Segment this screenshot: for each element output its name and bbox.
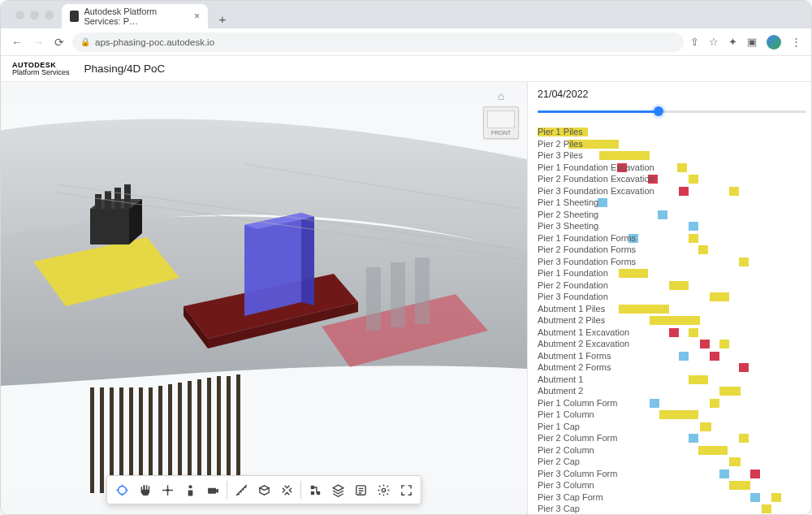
tabs-icon[interactable]: ▣ <box>747 36 757 48</box>
zoom-tool-icon[interactable] <box>156 478 179 501</box>
extensions-icon[interactable]: ✦ <box>728 36 737 48</box>
gantt-bar[interactable] <box>669 328 679 337</box>
gantt-row[interactable]: Pier 1 Piles <box>538 126 806 138</box>
gantt-bar[interactable] <box>719 387 741 396</box>
gantt-bar[interactable] <box>658 210 667 219</box>
gantt-row[interactable]: Pier 1 Column Form <box>538 397 806 409</box>
gantt-bar[interactable] <box>679 187 689 196</box>
gantt-bar[interactable] <box>669 281 689 290</box>
gantt-bar[interactable] <box>677 163 687 172</box>
nav-reload-icon[interactable]: ⟳ <box>53 36 66 49</box>
gantt-bar[interactable] <box>689 222 698 231</box>
close-window-icon[interactable] <box>15 11 24 19</box>
gantt-row[interactable]: Pier 3 Foundation <box>538 291 806 303</box>
gantt-row[interactable]: Pier 3 Column Form <box>538 468 806 480</box>
new-tab-button[interactable]: + <box>213 9 232 28</box>
gantt-row[interactable]: Pier 3 Piles <box>538 149 806 162</box>
gantt-bar[interactable] <box>710 399 719 408</box>
gantt-row[interactable]: Pier 2 Column Form <box>538 432 806 444</box>
properties-icon[interactable] <box>349 478 372 501</box>
gantt-row[interactable]: Pier 2 Piles <box>538 138 806 150</box>
gantt-row[interactable]: Pier 2 Column <box>538 444 806 457</box>
fullscreen-icon[interactable] <box>395 478 417 501</box>
overflow-menu-icon[interactable]: ⋮ <box>791 36 801 48</box>
viewer-pane[interactable]: ⌂ FRONT <box>1 82 527 514</box>
gantt-row[interactable]: Pier 1 Foundation <box>538 267 806 279</box>
gantt-bar[interactable] <box>729 457 741 466</box>
first-person-tool-icon[interactable] <box>179 478 201 501</box>
gantt-bar[interactable] <box>719 340 729 348</box>
gantt-row[interactable]: Pier 3 Foundation Forms <box>538 256 806 268</box>
profile-avatar[interactable] <box>767 35 781 50</box>
explode-tool-icon[interactable] <box>275 478 298 501</box>
gantt-bar[interactable] <box>750 493 760 502</box>
gantt-bar[interactable] <box>689 175 698 184</box>
section-tool-icon[interactable] <box>253 478 275 501</box>
gantt-row[interactable]: Pier 1 Foundation Forms <box>538 232 806 245</box>
camera-interactions-icon[interactable] <box>201 478 224 501</box>
gantt-row[interactable]: Pier 3 Column <box>538 479 806 491</box>
gantt-bar[interactable] <box>771 493 781 502</box>
gantt-row[interactable]: Pier 2 Sheeting <box>538 209 806 221</box>
viewcube[interactable]: FRONT <box>483 106 519 139</box>
gantt-row[interactable]: Pier 3 Foundation Excavation <box>538 185 806 197</box>
gantt-bar[interactable] <box>739 434 749 443</box>
orbit-tool-icon[interactable] <box>110 478 133 501</box>
model-browser-icon[interactable] <box>304 478 326 501</box>
gantt-bar[interactable] <box>710 352 719 361</box>
timeline-slider[interactable] <box>538 105 806 118</box>
measure-tool-icon[interactable] <box>230 478 253 501</box>
tab-close-icon[interactable]: × <box>194 11 200 22</box>
browser-tab[interactable]: Autodesk Platform Services: P… × <box>62 4 208 28</box>
gantt-row[interactable]: Pier 1 Cap <box>538 421 806 433</box>
gantt-bar[interactable] <box>689 234 698 243</box>
gantt-bar[interactable] <box>762 504 771 513</box>
pan-tool-icon[interactable] <box>133 478 156 501</box>
gantt-bar[interactable] <box>700 340 710 348</box>
gantt-row[interactable]: Pier 1 Foundation Excavation <box>538 162 806 174</box>
gantt-row[interactable]: Abutment 1 <box>538 374 806 386</box>
gantt-row[interactable]: Pier 3 Sheeting <box>538 220 806 232</box>
gantt-bar[interactable] <box>700 422 711 431</box>
share-icon[interactable]: ⇧ <box>690 36 699 48</box>
window-controls[interactable] <box>7 1 62 28</box>
gantt-row[interactable]: Abutment 2 Excavation <box>538 338 806 350</box>
gantt-bar[interactable] <box>719 470 729 478</box>
layers-icon[interactable] <box>326 478 349 501</box>
gantt-bar[interactable] <box>698 446 728 455</box>
gantt-bar[interactable] <box>750 470 760 478</box>
gantt-bar[interactable] <box>689 375 708 384</box>
nav-forward-icon[interactable]: → <box>32 36 45 49</box>
gantt-bar[interactable] <box>739 258 749 266</box>
home-view-button[interactable]: ⌂ <box>494 89 508 103</box>
gantt-row[interactable]: Abutment 2 Forms <box>538 361 806 374</box>
gantt-row[interactable]: Abutment 1 Forms <box>538 350 806 362</box>
gantt-row[interactable]: Pier 3 Cap <box>538 503 806 514</box>
gantt-row[interactable]: Pier 2 Foundation Forms <box>538 244 806 256</box>
gantt-bar[interactable] <box>739 363 749 372</box>
bookmark-icon[interactable]: ☆ <box>709 36 719 48</box>
settings-icon[interactable] <box>372 478 395 501</box>
gantt-bar[interactable] <box>698 245 708 254</box>
gantt-row[interactable]: Pier 2 Cap <box>538 456 806 468</box>
gantt-row[interactable]: Abutment 2 Piles <box>538 314 806 327</box>
gantt-row[interactable]: Abutment 2 <box>538 385 806 397</box>
gantt-row[interactable]: Pier 1 Sheeting <box>538 197 806 209</box>
gantt-bar[interactable] <box>729 187 739 196</box>
gantt-bar[interactable] <box>710 292 729 301</box>
nav-back-icon[interactable]: ← <box>11 36 24 49</box>
minimize-window-icon[interactable] <box>30 11 39 19</box>
url-field[interactable]: 🔒 aps-phasing-poc.autodesk.io <box>72 32 684 52</box>
gantt-bar[interactable] <box>729 481 750 490</box>
gantt-bar[interactable] <box>689 434 698 443</box>
gantt-row[interactable]: Pier 1 Column <box>538 409 806 421</box>
gantt-bar[interactable] <box>679 352 689 361</box>
gantt-bar[interactable] <box>659 410 698 419</box>
gantt-row[interactable]: Abutment 1 Excavation <box>538 327 806 339</box>
gantt-bar[interactable] <box>689 328 698 337</box>
gantt-row[interactable]: Abutment 1 Piles <box>538 303 806 315</box>
zoom-window-icon[interactable] <box>45 11 54 19</box>
gantt-row[interactable]: Pier 3 Cap Form <box>538 491 806 504</box>
gantt-row[interactable]: Pier 2 Foundation <box>538 279 806 292</box>
gantt-row[interactable]: Pier 2 Foundation Excavation <box>538 173 806 185</box>
